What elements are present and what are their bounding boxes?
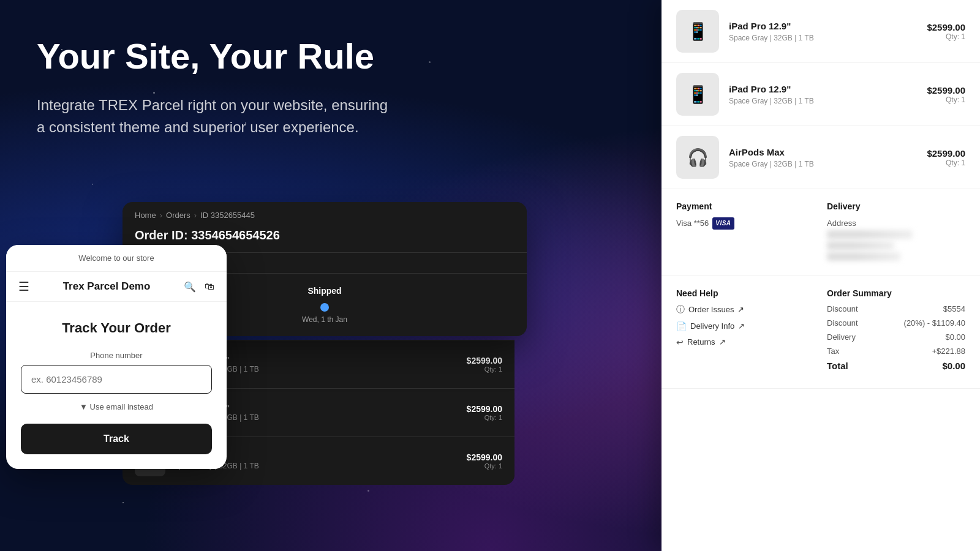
delivery-info-icon: 📄 — [676, 321, 687, 331]
delivery-col: Delivery Address blurred address blurred… — [827, 201, 965, 263]
summary-discount-pct-row: Discount (20%) - $1109.40 — [827, 318, 965, 328]
summary-discount-row: Discount $5554 — [827, 304, 965, 313]
order-issues-arrow: ↗ — [737, 305, 744, 314]
payment-value: Visa **56 VISA — [676, 217, 815, 230]
mobile-nav: ☰ Trex Parcel Demo 🔍 🛍 — [6, 272, 227, 302]
product-qty: Qty: 1 — [927, 96, 965, 104]
returns-arrow: ↗ — [719, 337, 726, 347]
product-price: $2599.00 — [467, 356, 502, 365]
product-price-column: $2599.00 Qty: 1 — [467, 404, 502, 421]
search-icon[interactable]: 🔍 — [184, 281, 196, 293]
visa-number: Visa **56 — [676, 217, 709, 230]
returns-icon: ↩ — [676, 337, 684, 347]
order-issues-icon: ⓘ — [676, 304, 685, 315]
delivery-cost-value: $0.00 — [945, 332, 965, 342]
product-thumbnail: 📱 — [676, 73, 719, 116]
order-issues-link[interactable]: ⓘ Order Issues ↗ — [676, 304, 815, 315]
hero-subtitle: Integrate TREX Parcel right on your webs… — [37, 94, 392, 138]
breadcrumb-id: ID 3352655445 — [200, 211, 255, 220]
payment-col: Payment Visa **56 VISA — [676, 201, 815, 263]
total-value: $0.00 — [942, 361, 965, 371]
breadcrumb-chevron-1: › — [160, 211, 162, 220]
list-item: 📱 iPad Pro 12.9" Space Gray | 32GB | 1 T… — [662, 63, 980, 126]
delivery-address-label: Address — [827, 217, 965, 230]
product-name: iPad Pro 12.9" — [729, 21, 917, 31]
breadcrumb: Home › Orders › ID 3352655445 — [123, 202, 527, 225]
product-price-column: $2599.00 Qty: 1 — [927, 148, 965, 167]
tax-value: +$221.88 — [932, 347, 965, 356]
returns-link[interactable]: ↩ Returns ↗ — [676, 337, 815, 347]
product-qty: Qty: 1 — [467, 462, 502, 470]
address-line-3: blurred postal — [827, 252, 900, 261]
payment-delivery-section: Payment Visa **56 VISA Delivery Address … — [662, 189, 980, 276]
mobile-store-header: Welcome to our store — [6, 245, 227, 272]
product-thumbnail: 🎧 — [676, 136, 719, 179]
delivery-info-arrow: ↗ — [738, 321, 745, 331]
product-price: $2599.00 — [927, 22, 965, 32]
summary-delivery-row: Delivery $0.00 — [827, 332, 965, 342]
discount-label: Discount — [827, 304, 858, 313]
track-button[interactable]: Track — [21, 424, 212, 454]
product-qty: Qty: 1 — [467, 414, 502, 421]
phone-label: Phone number — [21, 351, 212, 360]
product-price: $2599.00 — [927, 148, 965, 159]
summary-tax-row: Tax +$221.88 — [827, 347, 965, 356]
breadcrumb-chevron-2: › — [194, 211, 197, 220]
breadcrumb-orders: Orders — [166, 211, 190, 220]
discount-value: $5554 — [943, 304, 965, 313]
delivery-info-text: Delivery Info — [690, 321, 734, 331]
product-qty: Qty: 1 — [927, 159, 965, 167]
product-price-column: $2599.00 Qty: 1 — [467, 452, 502, 470]
product-meta: Space Gray | 32GB | 1 TB — [729, 160, 917, 168]
product-price: $2599.00 — [467, 452, 502, 462]
order-details-panel: 📱 iPad Pro 12.9" Space Gray | 32GB | 1 T… — [662, 0, 980, 551]
email-toggle[interactable]: ▼ Use email instead — [21, 402, 212, 411]
tax-label: Tax — [827, 347, 839, 356]
cart-icon[interactable]: 🛍 — [205, 281, 214, 293]
track-order-title: Track Your Order — [21, 320, 212, 336]
product-qty: Qty: 1 — [927, 32, 965, 41]
phone-input[interactable] — [21, 365, 212, 394]
list-item: 📱 iPad Pro 12.9" Space Gray | 32GB | 1 T… — [662, 0, 980, 63]
address-line-1: blurred address — [827, 230, 913, 239]
need-help-col: Need Help ⓘ Order Issues ↗ 📄 Delivery In… — [676, 288, 815, 376]
need-help-summary-section: Need Help ⓘ Order Issues ↗ 📄 Delivery In… — [662, 276, 980, 389]
product-price: $2599.00 — [927, 85, 965, 96]
app-name: Trex Parcel Demo — [63, 280, 151, 293]
hamburger-icon[interactable]: ☰ — [18, 279, 29, 294]
hero-section: Your Site, Your Rule Integrate TREX Parc… — [37, 37, 417, 138]
breadcrumb-home: Home — [135, 211, 156, 220]
status-date: Wed, 1 th Jan — [302, 315, 347, 324]
visa-logo: VISA — [712, 217, 734, 230]
product-info: iPad Pro 12.9" Space Gray | 32GB | 1 TB — [729, 21, 917, 42]
product-name: iPad Pro 12.9" — [729, 84, 917, 94]
address-line-2: blurred city — [827, 241, 894, 250]
visa-badge: Visa **56 VISA — [676, 217, 734, 230]
returns-text: Returns — [687, 337, 715, 347]
product-price-column: $2599.00 Qty: 1 — [927, 85, 965, 104]
welcome-text: Welcome to our store — [78, 253, 154, 263]
delivery-label: Delivery — [827, 201, 965, 211]
list-item: 🎧 AirPods Max Space Gray | 32GB | 1 TB $… — [662, 126, 980, 189]
mobile-body: Track Your Order Phone number ▼ Use emai… — [6, 302, 227, 469]
delivery-cost-label: Delivery — [827, 332, 856, 342]
nav-icons: 🔍 🛍 — [184, 281, 214, 293]
delivery-info-link[interactable]: 📄 Delivery Info ↗ — [676, 321, 815, 331]
mobile-card: Welcome to our store ☰ Trex Parcel Demo … — [6, 245, 227, 469]
product-name: AirPods Max — [729, 147, 917, 157]
summary-total-row: Total $0.00 — [827, 361, 965, 371]
product-price-column: $2599.00 Qty: 1 — [927, 22, 965, 41]
product-price-column: $2599.00 Qty: 1 — [467, 356, 502, 373]
order-summary-label: Order Summary — [827, 288, 965, 298]
product-info: AirPods Max Space Gray | 32GB | 1 TB — [729, 147, 917, 168]
total-label: Total — [827, 361, 848, 371]
product-meta: Space Gray | 32GB | 1 TB — [729, 97, 917, 105]
product-info: iPad Pro 12.9" Space Gray | 32GB | 1 TB — [729, 84, 917, 105]
discount-pct-value: (20%) - $1109.40 — [904, 318, 965, 328]
order-issues-text: Order Issues — [688, 305, 734, 314]
order-summary-col: Order Summary Discount $5554 Discount (2… — [827, 288, 965, 376]
product-thumbnail: 📱 — [676, 10, 719, 53]
need-help-label: Need Help — [676, 288, 815, 298]
product-meta: Space Gray | 32GB | 1 TB — [729, 34, 917, 42]
product-price: $2599.00 — [467, 404, 502, 414]
